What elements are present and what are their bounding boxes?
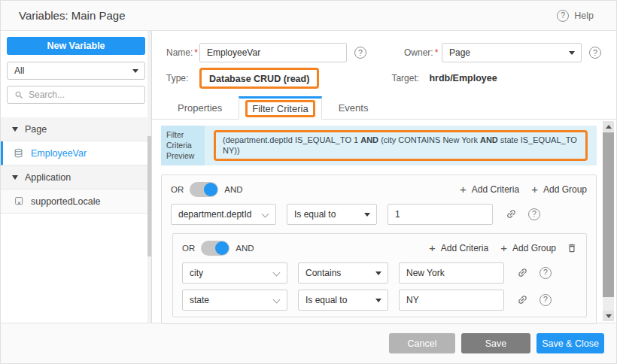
variables-sidebar: New Variable All Page [1, 31, 152, 323]
name-help-icon[interactable]: ? [354, 47, 366, 59]
variable-filter-select[interactable]: All [7, 62, 145, 80]
and-label: AND [236, 244, 254, 253]
operator-select-value: Is equal to [305, 295, 347, 305]
type-value-highlight: Database CRUD (read) [199, 68, 319, 89]
variable-tree: Page EmployeeVar Application suppor [1, 117, 151, 214]
type-label: Type: [166, 73, 199, 83]
operator-select-value: Is equal to [294, 209, 336, 220]
plus-icon: + [500, 242, 507, 253]
criteria-row-deptid: department.deptId Is equal to [171, 204, 587, 225]
owner-help-icon[interactable]: ? [589, 47, 601, 59]
locale-icon [14, 196, 24, 207]
name-input[interactable] [199, 43, 347, 62]
owner-label: Owner:* [404, 47, 442, 58]
operator-select[interactable]: Contains [298, 262, 388, 284]
collapse-triangle-icon [12, 127, 18, 132]
operator-select[interactable]: Is equal to [298, 290, 388, 311]
filter-criteria-panel: Filter Criteria Preview (department.dept… [152, 120, 616, 323]
or-and-toggle[interactable] [190, 182, 218, 197]
help-button[interactable]: ? Help [557, 10, 594, 22]
value-input[interactable] [388, 204, 493, 225]
search-input[interactable] [29, 89, 138, 100]
operator-select[interactable]: Is equal to [287, 204, 377, 225]
variable-form: Name:* ? Owner:* Page ? Type: Database C… [152, 31, 616, 97]
row-help-icon[interactable]: ? [528, 208, 540, 220]
preview-expression-highlight: (department.deptId IS_EQUAL_TO 1 AND (ci… [214, 130, 588, 161]
scroll-thumb[interactable] [603, 132, 614, 297]
bind-link-icon[interactable] [517, 294, 528, 305]
bind-link-icon[interactable] [506, 208, 517, 220]
required-asterisk: * [435, 47, 439, 58]
content-scrollbar[interactable] [603, 121, 614, 321]
row-help-icon[interactable]: ? [539, 267, 552, 279]
save-button[interactable]: Save [461, 333, 530, 353]
or-label: OR [171, 185, 184, 194]
plus-icon: + [429, 242, 436, 253]
field-select[interactable]: state [182, 290, 287, 311]
operator-select-value: Contains [305, 268, 341, 278]
tab-filter-criteria[interactable]: Filter Criteria [239, 96, 321, 120]
chevron-down-icon [273, 268, 281, 276]
chevron-down-icon [262, 210, 269, 217]
dialog-body: New Variable All Page [1, 31, 616, 323]
tab-properties[interactable]: Properties [161, 97, 239, 119]
sidebar-item-label: EmployeeVar [31, 148, 87, 159]
criteria-row-state: state Is equal to [182, 290, 577, 311]
caret-down-icon [569, 51, 575, 55]
chevron-down-icon [273, 296, 281, 303]
value-input[interactable] [399, 262, 504, 284]
editor-tabs: Properties Filter Criteria Events [152, 97, 616, 120]
tab-filter-criteria-highlight: Filter Criteria [245, 100, 315, 117]
field-select[interactable]: city [182, 262, 287, 284]
owner-select[interactable]: Page [442, 43, 582, 62]
sidebar-group-label: Application [25, 172, 71, 183]
dialog-header: Variables: Main Page ? Help [1, 1, 616, 31]
new-variable-button[interactable]: New Variable [7, 37, 145, 55]
toggle-knob [204, 183, 217, 196]
preview-segment: AND [360, 135, 378, 144]
sidebar-item-supportedlocale[interactable]: supportedLocale [1, 190, 151, 214]
or-label: OR [182, 244, 195, 253]
scroll-down-arrow[interactable] [603, 311, 614, 321]
sidebar-scroll-thumb[interactable] [147, 136, 151, 256]
add-group-button[interactable]: + Add Group [531, 184, 587, 195]
help-label: Help [574, 11, 594, 21]
save-close-button[interactable]: Save & Close [536, 333, 604, 353]
filter-sub-group: OR AND + Add Criteria + Add Group [172, 233, 587, 317]
collapse-triangle-icon [12, 175, 18, 180]
cancel-button[interactable]: Cancel [389, 333, 455, 353]
preview-label: Filter Criteria Preview [161, 126, 205, 165]
or-and-toggle[interactable] [201, 241, 229, 256]
type-value: Database CRUD (read) [209, 74, 309, 84]
required-asterisk: * [194, 47, 198, 58]
bind-link-icon[interactable] [517, 267, 528, 278]
delete-group-button[interactable] [567, 243, 577, 253]
add-group-button[interactable]: + Add Group [500, 242, 556, 253]
name-label: Name:* [166, 47, 199, 58]
target-label: Target: [391, 73, 429, 83]
filter-root-group: OR AND + Add Criteria + Add Group [161, 174, 597, 324]
plus-icon: + [460, 184, 467, 195]
caret-down-icon [375, 299, 381, 302]
field-select-value: city [190, 268, 203, 278]
field-select-value: state [190, 295, 209, 305]
preview-segment: (department.deptId IS_EQUAL_TO 1 [223, 135, 360, 144]
trash-icon [567, 243, 577, 253]
sidebar-group-page[interactable]: Page [1, 117, 151, 141]
sidebar-item-employeevar[interactable]: EmployeeVar [1, 141, 151, 165]
scroll-up-arrow[interactable] [603, 121, 614, 132]
variable-editor: Name:* ? Owner:* Page ? Type: Database C… [152, 31, 616, 323]
field-select[interactable]: department.deptId [171, 204, 276, 225]
variable-search-box[interactable] [7, 86, 145, 104]
add-criteria-button[interactable]: + Add Criteria [460, 184, 519, 195]
preview-segment: AND [480, 135, 498, 144]
row-help-icon[interactable]: ? [539, 294, 552, 306]
triangle-down-icon [606, 314, 612, 318]
sidebar-group-application[interactable]: Application [1, 165, 151, 190]
sidebar-scrollbar[interactable] [147, 31, 151, 323]
add-criteria-button[interactable]: + Add Criteria [429, 242, 488, 253]
plus-icon: + [531, 184, 538, 195]
value-input[interactable] [399, 290, 504, 311]
tab-events[interactable]: Events [322, 97, 385, 119]
target-value: hrdb/Employee [429, 73, 497, 83]
